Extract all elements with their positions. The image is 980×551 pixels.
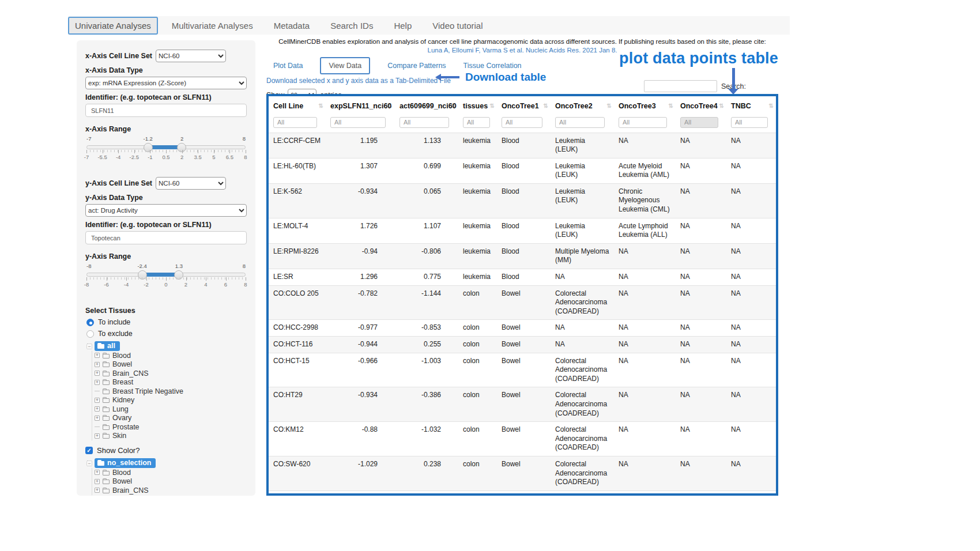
- column-filter-expslfn11-nci60[interactable]: [330, 117, 386, 128]
- expand-icon[interactable]: +: [95, 380, 100, 385]
- column-filter-act609699-nci60[interactable]: [399, 117, 449, 128]
- tree-root-all[interactable]: −all: [86, 341, 247, 351]
- table-row-le-molt-4[interactable]: LE:MOLT-41.7261.107leukemiaBloodLeukemia…: [269, 218, 776, 243]
- tree-node-bowel[interactable]: +Bowel: [92, 477, 247, 486]
- show-color-checkbox[interactable]: ✓: [85, 447, 93, 454]
- tree-node-prostate[interactable]: Prostate: [92, 422, 247, 432]
- table-row-le-sr[interactable]: LE:SR1.2960.775leukemiaBloodNANANANA: [269, 269, 776, 286]
- column-filter-oncotree3[interactable]: [619, 117, 667, 128]
- tree-node-breast[interactable]: +Breast: [92, 495, 247, 496]
- table-row-co-ht29[interactable]: CO:HT29-0.934-0.386colonBowelColorectal …: [269, 387, 776, 422]
- table-row-co-km12[interactable]: CO:KM12-0.88-1.032colonBowelColorectal A…: [269, 422, 776, 456]
- tree-node-brain-cns[interactable]: +Brain_CNS: [92, 369, 247, 378]
- slider-track[interactable]: [86, 145, 246, 149]
- table-row-co-colo-205[interactable]: CO:COLO 205-0.782-1.144colonBowelColorec…: [269, 285, 776, 320]
- sort-icon[interactable]: ⇅: [607, 103, 612, 109]
- column-filter-tnbc[interactable]: [731, 117, 768, 128]
- table-row-co-hct-116[interactable]: CO:HCT-116-0.9440.255colonBowelNANANANA: [269, 337, 776, 353]
- sort-icon[interactable]: ⇅: [669, 103, 673, 109]
- cell-oncotree3: NA: [614, 456, 676, 490]
- column-header-tnbc[interactable]: ⇅TNBC: [726, 96, 776, 115]
- slider-tick-label: -6: [104, 281, 108, 288]
- tree-node-blood[interactable]: +Blood: [92, 351, 247, 360]
- tree-node-kidney[interactable]: +Kidney: [92, 396, 247, 405]
- sort-icon[interactable]: ⇅: [319, 103, 323, 109]
- x-range-slider[interactable]: -7-1.228-7-5.5-4-2.5-10.523.556.58: [86, 135, 246, 169]
- tree-root-no-selection[interactable]: −no_selection: [86, 458, 247, 468]
- show-color-row[interactable]: ✓ Show Color?: [85, 446, 247, 455]
- table-row-co-sw-620[interactable]: CO:SW-620-1.0290.238colonBowelColorectal…: [269, 456, 776, 490]
- sort-icon[interactable]: ⇅: [490, 103, 495, 109]
- column-filter-tissues[interactable]: [463, 117, 490, 128]
- cell-tnbc: NA: [726, 353, 776, 387]
- expand-icon[interactable]: +: [95, 416, 100, 421]
- table-row-le-k-562[interactable]: LE:K-562-0.9340.065leukemiaBloodLeukemia…: [269, 183, 776, 218]
- tab-plot-data[interactable]: Plot Data: [273, 62, 303, 70]
- y-cell-line-set-select[interactable]: NCI-60: [156, 177, 226, 190]
- column-header-expslfn11-nci60[interactable]: ⇅expSLFN11_nci60: [326, 96, 395, 115]
- y-range-slider[interactable]: -8-2.41.38-8-6-4-202468: [86, 263, 246, 296]
- radio-to-exclude[interactable]: To exclude: [86, 330, 247, 338]
- table-row-le-hl-60-tb[interactable]: LE:HL-60(TB)1.3070.699leukemiaBloodLeuke…: [269, 158, 776, 183]
- table-row-le-ccrf-cem[interactable]: LE:CCRF-CEM1.1951.133leukemiaBloodLeukem…: [269, 133, 776, 158]
- column-filter-oncotree2[interactable]: [555, 117, 605, 128]
- tree-node-brain-cns[interactable]: +Brain_CNS: [92, 486, 247, 495]
- nav-item-multivariate-analyses[interactable]: Multivariate Analyses: [165, 18, 260, 33]
- column-header-cell-line[interactable]: ⇅Cell Line: [269, 96, 326, 115]
- x-data-type-select[interactable]: exp: mRNA Expression (Z-Score): [85, 77, 247, 89]
- table-row-cns-sf-268[interactable]: CNS:SF-2681.8630.958central nervous syst…: [269, 490, 776, 496]
- tree-collapse-icon[interactable]: −: [86, 461, 92, 466]
- nav-item-search-ids[interactable]: Search IDs: [323, 18, 380, 33]
- nav-item-help[interactable]: Help: [387, 18, 419, 33]
- sort-icon[interactable]: ⇅: [769, 103, 774, 109]
- table-row-co-hcc-2998[interactable]: CO:HCC-2998-0.977-0.853colonBowelNANANAN…: [269, 320, 776, 337]
- y-data-type-select[interactable]: act: Drug Activity: [85, 204, 247, 217]
- slider-track[interactable]: [86, 273, 246, 277]
- x-identifier-input[interactable]: [85, 104, 247, 117]
- radio-exclude-icon[interactable]: [86, 330, 94, 338]
- tab-compare-patterns[interactable]: Compare Patterns: [387, 62, 446, 70]
- expand-icon[interactable]: +: [95, 488, 100, 493]
- expand-icon[interactable]: +: [95, 433, 100, 439]
- column-header-act609699-nci60[interactable]: ⇅act609699_nci60: [395, 96, 458, 115]
- radio-to-include[interactable]: To include: [86, 318, 247, 326]
- column-header-oncotree1[interactable]: ⇅OncoTree1: [497, 96, 551, 115]
- nav-item-univariate-analyses[interactable]: Univariate Analyses: [68, 17, 158, 35]
- column-filter-cell-line[interactable]: [273, 117, 317, 128]
- expand-icon[interactable]: +: [95, 362, 100, 367]
- tree-node-blood[interactable]: +Blood: [92, 468, 247, 477]
- download-tab-delimited-link[interactable]: Download selected x and y axis data as a…: [266, 77, 451, 85]
- tree-collapse-icon[interactable]: −: [86, 344, 92, 349]
- expand-icon[interactable]: +: [95, 470, 100, 475]
- tree-node-lung[interactable]: +Lung: [92, 405, 247, 414]
- expand-icon[interactable]: +: [95, 479, 100, 484]
- tree-node-ovary[interactable]: +Ovary: [92, 414, 247, 423]
- expand-icon[interactable]: +: [95, 406, 100, 412]
- expand-icon[interactable]: +: [95, 353, 100, 358]
- tab-tissue-correlation[interactable]: Tissue Correlation: [463, 62, 522, 70]
- table-row-le-rpmi-8226[interactable]: LE:RPMI-8226-0.94-0.806leukemiaBloodMult…: [269, 243, 776, 269]
- y-identifier-input[interactable]: [85, 231, 247, 244]
- tree-node-breast[interactable]: +Breast: [92, 378, 247, 387]
- cell-oncotree4: NA: [676, 158, 726, 183]
- column-header-oncotree2[interactable]: ⇅OncoTree2: [551, 96, 614, 115]
- table-row-co-hct-15[interactable]: CO:HCT-15-0.966-1.003colonBowelColorecta…: [269, 353, 776, 387]
- tree-node-breast-triple-negative[interactable]: Breast Triple Negative: [92, 387, 247, 396]
- tree-node-bowel[interactable]: +Bowel: [92, 360, 247, 369]
- nav-item-metadata[interactable]: Metadata: [267, 18, 317, 33]
- nav-item-video-tutorial[interactable]: Video tutorial: [425, 18, 489, 33]
- y-cell-line-set-label: y-Axis Cell Line Set: [85, 179, 152, 187]
- sort-icon[interactable]: ⇅: [719, 103, 724, 109]
- expand-icon[interactable]: +: [95, 371, 100, 376]
- expand-icon[interactable]: +: [95, 398, 100, 403]
- radio-include-icon[interactable]: [86, 319, 94, 326]
- sort-icon[interactable]: ⇅: [544, 103, 548, 109]
- column-header-oncotree3[interactable]: ⇅OncoTree3: [614, 96, 676, 115]
- search-input[interactable]: [644, 80, 717, 92]
- x-cell-line-set-select[interactable]: NCI-60: [156, 50, 226, 62]
- column-filter-oncotree4[interactable]: [680, 117, 718, 128]
- column-filter-oncotree1[interactable]: [502, 117, 542, 128]
- tree-node-skin[interactable]: +Skin: [92, 432, 247, 441]
- column-header-tissues[interactable]: ⇅tissues: [458, 96, 497, 115]
- column-header-oncotree4[interactable]: ⇅OncoTree4: [676, 96, 726, 115]
